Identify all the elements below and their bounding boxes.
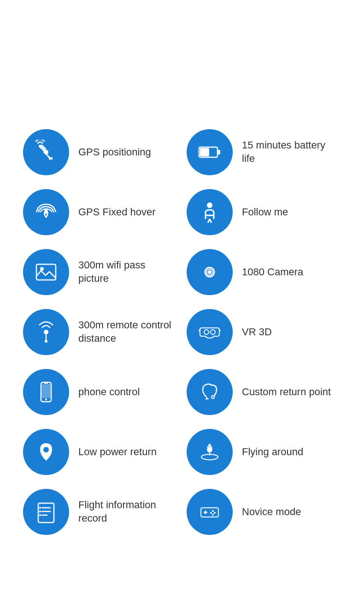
feature-label-flight-record: Flight information record (78, 499, 177, 525)
remote-icon (23, 309, 69, 355)
feature-label-gps-positioning: GPS positioning (78, 146, 151, 159)
feature-label-follow-me: Follow me (242, 206, 288, 219)
feature-item-gps-hover: GPS Fixed hover (23, 189, 177, 235)
customreturn-icon (187, 369, 233, 415)
svg-point-44 (210, 512, 212, 514)
feature-label-camera: 1080 Camera (242, 266, 303, 279)
svg-point-20 (204, 330, 209, 334)
feature-item-novice-mode: Novice mode (187, 489, 341, 535)
svg-point-38 (39, 511, 41, 512)
svg-point-24 (45, 398, 47, 400)
svg-rect-33 (38, 503, 54, 523)
feature-item-gps-positioning: GPS positioning (23, 129, 177, 175)
battery-icon (187, 129, 233, 175)
svg-rect-23 (42, 384, 50, 398)
feature-label-low-power-return: Low power return (78, 446, 157, 459)
svg-point-1 (39, 145, 41, 148)
svg-rect-5 (217, 150, 220, 154)
feature-label-remote-distance: 300m remote control distance (78, 319, 177, 345)
svg-point-8 (207, 202, 212, 208)
feature-item-vr-3d: VR 3D (187, 309, 341, 355)
svg-point-43 (214, 512, 216, 514)
record-icon (23, 489, 69, 535)
feature-item-wifi-picture: 300m wifi pass picture (23, 249, 177, 295)
svg-point-45 (212, 514, 214, 516)
feature-label-novice-mode: Novice mode (242, 505, 301, 519)
svg-point-21 (211, 330, 215, 334)
feature-item-follow-me: Follow me (187, 189, 341, 235)
feature-item-camera: 1080 Camera (187, 249, 341, 295)
camera-icon (187, 249, 233, 295)
feature-label-custom-return: Custom return point (242, 386, 331, 399)
feature-label-wifi-picture: 300m wifi pass picture (78, 259, 177, 285)
feature-item-battery-life: 15 minutes battery life (187, 129, 341, 175)
feature-item-remote-distance: 300m remote control distance (23, 309, 177, 355)
vr-icon (187, 309, 233, 355)
feature-item-flight-record: Flight information record (23, 489, 177, 535)
gamepad-icon (187, 489, 233, 535)
image-icon (23, 249, 69, 295)
svg-point-13 (40, 267, 44, 271)
feature-label-battery-life: 15 minutes battery life (242, 139, 341, 165)
svg-rect-6 (200, 148, 209, 156)
svg-point-27 (212, 396, 214, 398)
feature-label-flying-around: Flying around (242, 446, 303, 459)
svg-point-7 (45, 211, 48, 214)
features-grid: GPS positioning 15 minutes battery life … (14, 129, 350, 535)
svg-point-19 (45, 340, 47, 343)
svg-line-11 (210, 219, 211, 223)
gps-icon (23, 129, 69, 175)
svg-point-37 (39, 507, 41, 509)
feature-label-phone-control: phone control (78, 386, 140, 399)
location-icon (23, 429, 69, 475)
svg-point-28 (43, 447, 49, 452)
phone-icon (23, 369, 69, 415)
follow-icon (187, 189, 233, 235)
feature-label-gps-hover: GPS Fixed hover (78, 206, 156, 219)
hover-icon (23, 189, 69, 235)
feature-label-vr-3d: VR 3D (242, 326, 272, 339)
feature-item-flying-around: Flying around (187, 429, 341, 475)
svg-point-15 (208, 270, 211, 274)
feature-item-low-power-return: Low power return (23, 429, 177, 475)
svg-rect-3 (49, 157, 53, 160)
flyaround-icon (187, 429, 233, 475)
svg-point-42 (212, 510, 214, 512)
svg-point-39 (39, 514, 41, 516)
feature-item-phone-control: phone control (23, 369, 177, 415)
feature-item-custom-return: Custom return point (187, 369, 341, 415)
